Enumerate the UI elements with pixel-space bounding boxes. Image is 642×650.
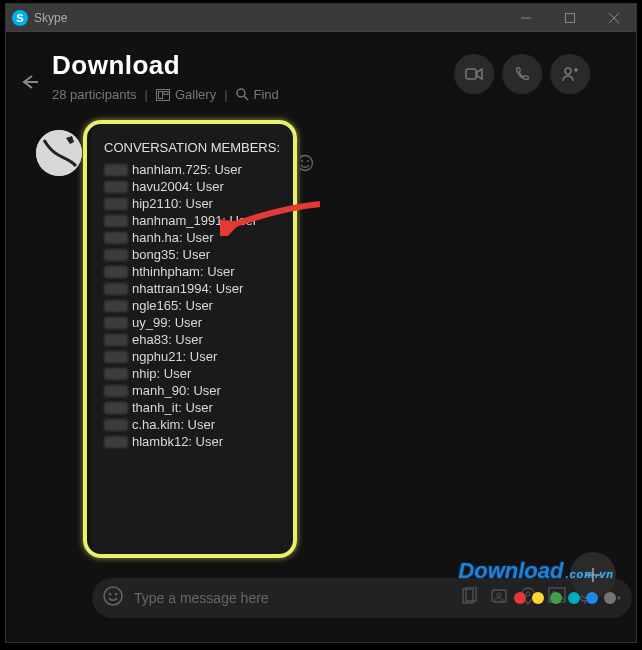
add-participant-button[interactable] [550, 54, 590, 94]
skype-logo-icon: S [12, 10, 28, 26]
header-actions [454, 54, 590, 94]
smile-icon [102, 585, 124, 607]
video-icon [465, 67, 483, 81]
member-row[interactable]: nhip: User [100, 365, 290, 382]
member-blurred-prefix [104, 317, 128, 329]
contact-icon [490, 587, 508, 605]
member-row[interactable]: hanhnam_1991: User [100, 212, 290, 229]
svg-point-8 [237, 89, 245, 97]
titlebar: S Skype [6, 4, 636, 32]
member-label: c.ha.kim: User [132, 417, 215, 432]
minimize-icon [521, 13, 531, 23]
window-controls [504, 4, 636, 32]
add-person-icon [561, 66, 579, 82]
member-label: nhip: User [132, 366, 191, 381]
chat-title: Download [52, 50, 279, 81]
member-label: hanhnam_1991: User [132, 213, 257, 228]
member-blurred-prefix [104, 181, 128, 193]
app-title: Skype [34, 11, 67, 25]
member-blurred-prefix [104, 198, 128, 210]
chat-subheader: 28 participants | Gallery | Find [52, 87, 279, 102]
member-label: uy_99: User [132, 315, 202, 330]
member-label: hip2110: User [132, 196, 213, 211]
member-row[interactable]: hanhlam.725: User [100, 161, 290, 178]
maximize-button[interactable] [548, 4, 592, 32]
watermark-dot [604, 592, 616, 604]
member-row[interactable]: hanh.ha: User [100, 229, 290, 246]
back-button[interactable] [20, 74, 40, 95]
svg-point-32 [618, 597, 621, 600]
video-call-button[interactable] [454, 54, 494, 94]
member-row[interactable]: eha83: User [100, 331, 290, 348]
emoji-button[interactable] [102, 585, 124, 612]
member-blurred-prefix [104, 385, 128, 397]
member-blurred-prefix [104, 351, 128, 363]
svg-rect-10 [466, 69, 476, 79]
member-label: manh_90: User [132, 383, 221, 398]
member-row[interactable]: ngle165: User [100, 297, 290, 314]
members-panel-title: CONVERSATION MEMBERS: [104, 140, 290, 155]
maximize-icon [565, 13, 575, 23]
audio-call-button[interactable] [502, 54, 542, 94]
member-label: ngphu21: User [132, 349, 217, 364]
member-row[interactable]: nhattran1994: User [100, 280, 290, 297]
svg-point-11 [565, 68, 571, 74]
member-row[interactable]: ngphu21: User [100, 348, 290, 365]
participants-count[interactable]: 28 participants [52, 87, 137, 102]
member-row[interactable]: hlambk12: User [100, 433, 290, 450]
search-icon [236, 88, 249, 101]
member-row[interactable]: uy_99: User [100, 314, 290, 331]
member-label: havu2004: User [132, 179, 224, 194]
header-left: Download 28 participants | Gallery | Fin… [52, 50, 279, 102]
member-blurred-prefix [104, 249, 128, 261]
member-blurred-prefix [104, 436, 128, 448]
member-row[interactable]: havu2004: User [100, 178, 290, 195]
svg-point-19 [109, 592, 111, 594]
watermark-domain: .com.vn [565, 568, 614, 580]
svg-point-18 [104, 587, 122, 605]
member-blurred-prefix [104, 419, 128, 431]
member-label: thanh_it: User [132, 400, 213, 415]
separator: | [224, 87, 227, 102]
conversation-members-panel: CONVERSATION MEMBERS: hanhlam.725: Userh… [90, 124, 300, 554]
member-row[interactable]: hip2110: User [100, 195, 290, 212]
member-label: hanhlam.725: User [132, 162, 242, 177]
member-label: bong35: User [132, 247, 210, 262]
member-label: eha83: User [132, 332, 203, 347]
gallery-label: Gallery [175, 87, 216, 102]
phone-icon [514, 66, 530, 82]
member-label: hanh.ha: User [132, 230, 214, 245]
watermark-dot [568, 592, 580, 604]
send-contact-button[interactable] [490, 587, 508, 609]
svg-line-9 [244, 96, 248, 100]
minimize-button[interactable] [504, 4, 548, 32]
member-label: ngle165: User [132, 298, 213, 313]
member-label: hthinhpham: User [132, 264, 235, 279]
watermark-dot [532, 592, 544, 604]
avatar-icon [36, 130, 82, 176]
member-row[interactable]: hthinhpham: User [100, 263, 290, 280]
gallery-icon [156, 89, 170, 101]
member-blurred-prefix [104, 300, 128, 312]
member-row[interactable]: thanh_it: User [100, 399, 290, 416]
app-window: S Skype Download 28 participants | [5, 3, 637, 643]
message-input[interactable]: Type a message here [134, 590, 450, 606]
find-button[interactable]: Find [236, 87, 279, 102]
member-label: hlambk12: User [132, 434, 223, 449]
member-row[interactable]: manh_90: User [100, 382, 290, 399]
separator: | [145, 87, 148, 102]
svg-rect-7 [164, 91, 168, 94]
member-row[interactable]: bong35: User [100, 246, 290, 263]
member-blurred-prefix [104, 334, 128, 346]
member-row[interactable]: c.ha.kim: User [100, 416, 290, 433]
watermark-brand: Download [458, 558, 563, 583]
watermark-dot [550, 592, 562, 604]
member-blurred-prefix [104, 215, 128, 227]
sender-avatar[interactable] [36, 130, 82, 176]
file-icon [460, 587, 478, 605]
chat-header: Download 28 participants | Gallery | Fin… [6, 32, 636, 106]
gallery-button[interactable]: Gallery [156, 87, 216, 102]
watermark-dot [586, 592, 598, 604]
close-button[interactable] [592, 4, 636, 32]
attach-file-button[interactable] [460, 587, 478, 609]
